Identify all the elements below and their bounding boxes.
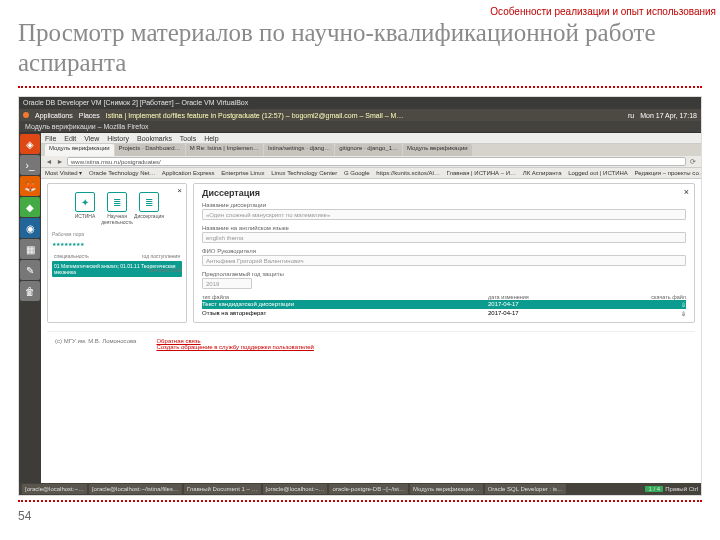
vm-titlebar: Oracle DB Developer VM [Снимок 2] [Работ… xyxy=(19,97,701,109)
meta-year-label: год поступления xyxy=(142,253,180,259)
browser-tab[interactable]: M Re: Istina | Implemen… xyxy=(186,144,263,156)
ubuntu-top-bar: Applications Places Istina | Implement d… xyxy=(19,109,701,121)
tile-dissertation[interactable]: ≣Диссертация xyxy=(135,192,163,225)
bookmark-item[interactable]: Linux Technology Center xyxy=(271,170,337,176)
menu-tools[interactable]: Tools xyxy=(180,135,196,142)
launcher-terminal-icon[interactable]: ›_ xyxy=(20,155,40,175)
close-icon[interactable]: × xyxy=(684,187,689,197)
year-field[interactable]: 2019 xyxy=(202,278,252,289)
launcher-app-icon[interactable]: ✎ xyxy=(20,260,40,280)
close-icon[interactable]: × xyxy=(177,186,182,195)
workspace-pager[interactable]: 1 / 4 xyxy=(645,486,663,492)
taskbar-item[interactable]: Главный Document 1 – … xyxy=(184,484,261,494)
menu-places[interactable]: Places xyxy=(79,112,100,119)
launcher-firefox-icon[interactable]: 🦊 xyxy=(20,176,40,196)
bookmark-item[interactable]: Oracle Technology Net… xyxy=(89,170,156,176)
browser-tab[interactable]: Istina/settings · djang… xyxy=(264,144,334,156)
taskbar-item[interactable]: oracle-postgre-DB –[~/ist… xyxy=(329,484,408,494)
bookmark-item[interactable]: Application Express xyxy=(162,170,215,176)
download-icon[interactable]: ⇩ xyxy=(636,310,686,317)
bookmark-item[interactable]: Enterprise Linux xyxy=(221,170,264,176)
divider xyxy=(18,86,702,88)
page-number: 54 xyxy=(18,509,31,523)
support-link[interactable]: Создать обращение в службу поддержки пол… xyxy=(156,344,314,350)
menu-file[interactable]: File xyxy=(45,135,56,142)
page-footer: (c) МГУ им. М.В. Ломоносова Обратная свя… xyxy=(47,331,695,356)
bookmark-item[interactable]: Most Visited ▾ xyxy=(45,170,82,176)
launcher-app-icon[interactable]: ◆ xyxy=(20,197,40,217)
vm-title: Oracle DB Developer VM [Снимок 2] [Работ… xyxy=(23,97,248,109)
label-worktime: Рабочая пора xyxy=(52,231,182,237)
table-row[interactable]: Отзыв на автореферат 2017-04-17 ⇩ xyxy=(202,309,686,318)
summary-card: × ✦ИСТИНА ≣Научная деятельность ≣Диссерт… xyxy=(47,183,187,323)
reload-icon[interactable]: ⟳ xyxy=(689,158,697,166)
taskbar-item[interactable]: [oracle@localhost:~… xyxy=(22,484,87,494)
diss-name-label: Название диссертации xyxy=(202,202,686,208)
launcher-files-icon[interactable]: ◈ xyxy=(20,134,40,154)
clock: Mon 17 Apr, 17:18 xyxy=(640,112,697,119)
copyright: (c) МГУ им. М.В. Ломоносова xyxy=(55,338,136,350)
ubuntu-logo-icon xyxy=(23,112,29,118)
bookmark-item[interactable]: G Google xyxy=(344,170,370,176)
menu-view[interactable]: View xyxy=(84,135,99,142)
browser-tab[interactable]: Модуль верификации xyxy=(403,144,472,156)
meta-speciality-label: специальность xyxy=(54,253,89,259)
browser-tab[interactable]: gitignore · django_1… xyxy=(335,144,402,156)
bookmark-item[interactable]: Главная | ИСТИНА – И… xyxy=(447,170,516,176)
slide-footer: 54 xyxy=(18,500,702,524)
tile-activity[interactable]: ≣Научная деятельность xyxy=(103,192,131,225)
tile-istina[interactable]: ✦ИСТИНА xyxy=(71,192,99,225)
slide-context-label: Особенности реализации и опыт использова… xyxy=(490,6,716,17)
unity-launcher: ◈ ›_ 🦊 ◆ ◉ ▦ ✎ 🗑 xyxy=(19,133,41,483)
gnome-taskbar: [oracle@localhost:~… [oracle@localhost:~… xyxy=(19,483,701,495)
vm-hotkey-hint: Правый Ctrl xyxy=(665,486,698,492)
launcher-app-icon[interactable]: ◉ xyxy=(20,218,40,238)
bookmarks-bar: Most Visited ▾ Oracle Technology Net… Ap… xyxy=(41,168,701,179)
bookmark-item[interactable]: https://kunits.scitos/Al… xyxy=(376,170,440,176)
screenshot-frame: Oracle DB Developer VM [Снимок 2] [Работ… xyxy=(18,96,702,496)
menu-help[interactable]: Help xyxy=(204,135,218,142)
year-label: Предполагаемый год защиты xyxy=(202,271,686,277)
active-window-label: Istina | Implement do/files feature in P… xyxy=(106,112,404,119)
firefox-menu-bar: File Edit View History Bookmarks Tools H… xyxy=(41,133,701,144)
taskbar-item[interactable]: [oracle@localhost:~… xyxy=(263,484,328,494)
taskbar-item[interactable]: Модуль верификации… xyxy=(410,484,483,494)
diss-eng-label: Название на английском языке xyxy=(202,225,686,231)
diss-eng-field[interactable]: english thema xyxy=(202,232,686,243)
url-input[interactable]: www.istina.msu.ru/postgraduates/ xyxy=(67,157,686,166)
bookmark-item[interactable]: Logged out | ИСТИНА xyxy=(568,170,628,176)
files-table-header: тип файла дата изменения скачать файл xyxy=(202,294,686,300)
browser-tab[interactable]: Модуль верификации xyxy=(45,144,114,156)
forward-icon[interactable]: ► xyxy=(56,158,64,166)
menu-applications[interactable]: Applications xyxy=(35,112,73,119)
bookmark-item[interactable]: Редакция – проекты со… xyxy=(635,170,701,176)
diss-name-field[interactable]: «Один сложный манускрипт по математике» xyxy=(202,209,686,220)
dialog-title: Диссертация xyxy=(202,188,686,198)
menu-edit[interactable]: Edit xyxy=(64,135,76,142)
label-rating: ★★★★★★★★ xyxy=(52,241,182,247)
advisor-field[interactable]: Антюфеев Григорий Валентинович xyxy=(202,255,686,266)
taskbar-item[interactable]: Oracle SQL Developer : is… xyxy=(485,484,566,494)
browser-tab[interactable]: Projects · Dashboard… xyxy=(115,144,185,156)
launcher-app-icon[interactable]: ▦ xyxy=(20,239,40,259)
taskbar-item[interactable]: [oracle@localhost:~/istina/files… xyxy=(89,484,182,494)
firefox-urlbar-row: ◄ ► www.istina.msu.ru/postgraduates/ ⟳ xyxy=(41,156,701,168)
firefox-window: File Edit View History Bookmarks Tools H… xyxy=(41,133,701,483)
advisor-label: ФИО Руководителя xyxy=(202,248,686,254)
firefox-window-title: Модуль верификации – Mozilla Firefox xyxy=(19,121,701,133)
bookmark-item[interactable]: ЛК Аспиранта xyxy=(523,170,562,176)
firefox-tabstrip: Модуль верификации Projects · Dashboard…… xyxy=(41,144,701,156)
download-icon[interactable]: ⇩ xyxy=(636,301,686,308)
menu-bookmarks[interactable]: Bookmarks xyxy=(137,135,172,142)
launcher-trash-icon[interactable]: 🗑 xyxy=(20,281,40,301)
lang-indicator[interactable]: ru xyxy=(628,112,634,119)
back-icon[interactable]: ◄ xyxy=(45,158,53,166)
page-content: × ✦ИСТИНА ≣Научная деятельность ≣Диссерт… xyxy=(41,179,701,483)
table-row[interactable]: Текст кандидатской диссертации 2017-04-1… xyxy=(202,300,686,309)
dissertation-dialog: × Диссертация Название диссертации «Один… xyxy=(193,183,695,323)
menu-history[interactable]: History xyxy=(107,135,129,142)
